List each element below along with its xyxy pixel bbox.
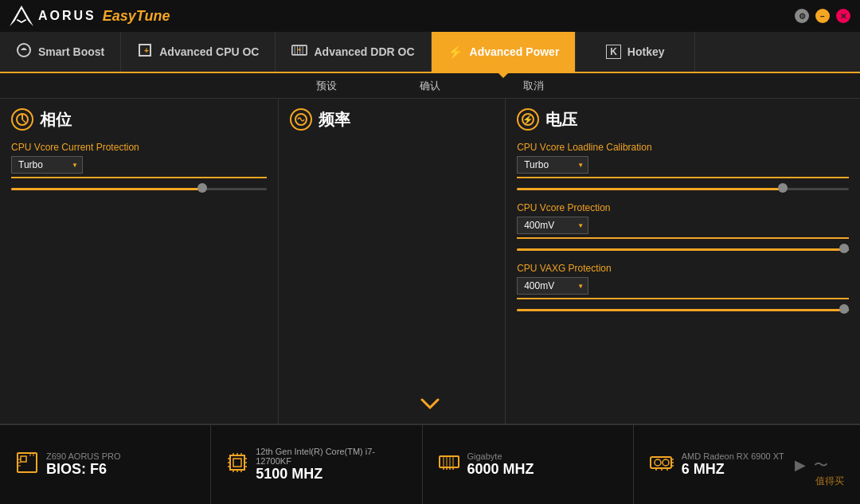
svg-text:⚡: ⚡: [522, 114, 534, 125]
slider-track: [11, 188, 267, 190]
ram-speed: 6000 MHZ: [467, 461, 534, 478]
gpu-speed: 6 MHZ: [682, 461, 784, 478]
svg-rect-25: [233, 459, 241, 467]
slider-track-vaxg-prot: [517, 309, 849, 311]
cpu-vcore-loadline-dropdown-wrap[interactable]: Turbo Auto Standard: [517, 156, 588, 174]
loadline-orange-divider: [517, 177, 849, 178]
preset-button[interactable]: 预设: [307, 76, 346, 96]
svg-line-13: [22, 119, 25, 123]
slider-thumb-vaxg-prot[interactable]: [839, 304, 849, 314]
close-button[interactable]: ✕: [836, 9, 850, 23]
motherboard-icon: [16, 451, 38, 479]
cpu-icon: [227, 452, 248, 478]
title-controls: ⚙ − ✕: [795, 9, 850, 23]
easytune-brand-text: EasyTune: [103, 8, 170, 25]
frequency-panel-title: 频率: [319, 109, 350, 131]
bottom-motherboard-info: Z690 AORUS PRO BIOS: F6: [16, 425, 211, 504]
cpu-vcore-current-protection-label: CPU Vcore Current Protection: [11, 142, 267, 153]
play-button[interactable]: ▶: [795, 456, 806, 474]
aorus-brand-text: AORUS: [38, 9, 96, 23]
cpu-vaxg-protection-slider[interactable]: [517, 307, 849, 312]
phase-orange-divider: [11, 177, 267, 178]
frequency-icon: [290, 108, 312, 131]
cpu-vcore-protection-select[interactable]: 400mV 300mV 200mV: [517, 217, 588, 234]
svg-rect-38: [440, 456, 459, 467]
svg-point-49: [663, 459, 669, 466]
phase-panel-title: 相位: [40, 109, 72, 131]
bottom-gpu-info: AMD Radeon RX 6900 XT 6 MHZ ▶ 〜: [634, 425, 844, 504]
slider-fill-vaxg-prot: [517, 309, 849, 311]
cpu-vaxg-protection-dropdown-wrap[interactable]: 400mV 300mV 200mV: [517, 277, 588, 295]
slider-fill-loadline: [517, 188, 782, 190]
slider-track-vcore-prot: [517, 248, 849, 251]
cpu-vcore-current-protection-dropdown-wrap[interactable]: Turbo Auto Standard: [11, 156, 83, 174]
scroll-indicator: [418, 396, 442, 416]
cpu-vcore-protection-label: CPU Vcore Protection: [517, 202, 849, 213]
cpu-vcore-loadline-label: CPU Vcore Loadline Calibration: [517, 142, 849, 153]
slider-fill-vcore-prot: [517, 248, 849, 251]
advanced-power-icon: ⚡: [448, 45, 463, 60]
minimize-button[interactable]: −: [815, 9, 830, 23]
ram-icon: [439, 455, 459, 475]
phase-panel-header: 相位: [11, 108, 267, 131]
action-bar: 预设 确认 取消: [0, 73, 860, 99]
voltage-icon: ⚡: [517, 108, 539, 131]
cancel-button[interactable]: 取消: [514, 76, 553, 96]
title-bar: AORUS EasyTune ⚙ − ✕: [0, 0, 860, 32]
voltage-panel-title: 电压: [545, 109, 577, 131]
advanced-ddr-icon: +: [291, 44, 307, 60]
cpu-vaxg-protection-select[interactable]: 400mV 300mV 200mV: [517, 277, 588, 295]
cpu-vaxg-protection-control: 400mV 300mV 200mV: [517, 277, 849, 295]
slider-thumb-loadline[interactable]: [778, 183, 788, 193]
cpu-vaxg-protection-row: CPU VAXG Protection 400mV 300mV 200mV: [517, 263, 849, 312]
smart-boost-icon: [16, 42, 32, 61]
cpu-text: 12th Gen Intel(R) Core(TM) i7-12700KF 51…: [256, 447, 405, 483]
tab-advanced-cpu[interactable]: + Advanced CPU OC: [121, 32, 276, 72]
tab-hotkey[interactable]: K Hotkey: [576, 32, 695, 72]
bottom-right-icons: ▶ 〜: [795, 455, 828, 475]
tab-smart-boost-label: Smart Boost: [38, 45, 104, 58]
main-content: 相位 CPU Vcore Current Protection Turbo Au…: [0, 99, 860, 424]
cpu-vcore-loadline-slider[interactable]: [517, 186, 849, 191]
tab-advanced-ddr[interactable]: + Advanced DDR OC: [276, 32, 431, 72]
slider-thumb[interactable]: [197, 183, 207, 193]
svg-rect-18: [21, 456, 26, 462]
svg-text:+: +: [298, 46, 302, 53]
bottom-ram-info: Gigabyte 6000 MHZ: [423, 425, 634, 504]
motherboard-text: Z690 AORUS PRO BIOS: F6: [46, 451, 121, 478]
ram-text: Gigabyte 6000 MHZ: [467, 451, 534, 478]
advanced-cpu-icon: +: [137, 42, 153, 61]
gpu-name: AMD Radeon RX 6900 XT: [682, 451, 784, 461]
slider-fill: [11, 188, 202, 190]
hotkey-icon: K: [606, 45, 621, 59]
tab-smart-boost[interactable]: Smart Boost: [0, 32, 121, 72]
panel-frequency: 频率: [279, 99, 506, 424]
tab-advanced-power[interactable]: ⚡ Advanced Power: [432, 32, 577, 72]
gpu-icon: [650, 454, 674, 476]
slider-track-loadline: [517, 188, 849, 190]
cpu-vcore-protection-row: CPU Vcore Protection 400mV 300mV 200mV: [517, 202, 849, 252]
slider-thumb-vcore-prot[interactable]: [839, 244, 849, 253]
svg-text:+: +: [144, 46, 149, 55]
cpu-vcore-protection-control: 400mV 300mV 200mV: [517, 217, 849, 234]
tab-advanced-ddr-label: Advanced DDR OC: [314, 45, 414, 58]
cpu-speed: 5100 MHZ: [256, 466, 405, 483]
cpu-vaxg-protection-label: CPU VAXG Protection: [517, 263, 849, 274]
panel-voltage: ⚡ 电压 CPU Vcore Loadline Calibration Turb…: [506, 99, 860, 424]
bios-version: BIOS: F6: [46, 461, 121, 478]
voltage-panel-header: ⚡ 电压: [517, 108, 849, 131]
cpu-name: 12th Gen Intel(R) Core(TM) i7-12700KF: [256, 447, 405, 466]
panel-phase: 相位 CPU Vcore Current Protection Turbo Au…: [0, 99, 279, 424]
settings-button[interactable]: ⚙: [795, 9, 809, 23]
cpu-vcore-protection-dropdown-wrap[interactable]: 400mV 300mV 200mV: [517, 217, 588, 234]
vaxg-protection-orange-divider: [517, 298, 849, 299]
tab-advanced-cpu-label: Advanced CPU OC: [159, 45, 259, 58]
confirm-button[interactable]: 确认: [410, 76, 450, 96]
cpu-vcore-current-protection-slider[interactable]: [11, 186, 267, 191]
waveform-icon[interactable]: 〜: [814, 455, 828, 475]
cpu-vcore-protection-slider[interactable]: [517, 247, 849, 252]
cpu-vcore-loadline-select[interactable]: Turbo Auto Standard: [517, 156, 588, 174]
cpu-vcore-current-protection-select[interactable]: Turbo Auto Standard: [11, 156, 83, 174]
gpu-text: AMD Radeon RX 6900 XT 6 MHZ: [682, 451, 784, 478]
tab-hotkey-label: Hotkey: [627, 45, 665, 58]
